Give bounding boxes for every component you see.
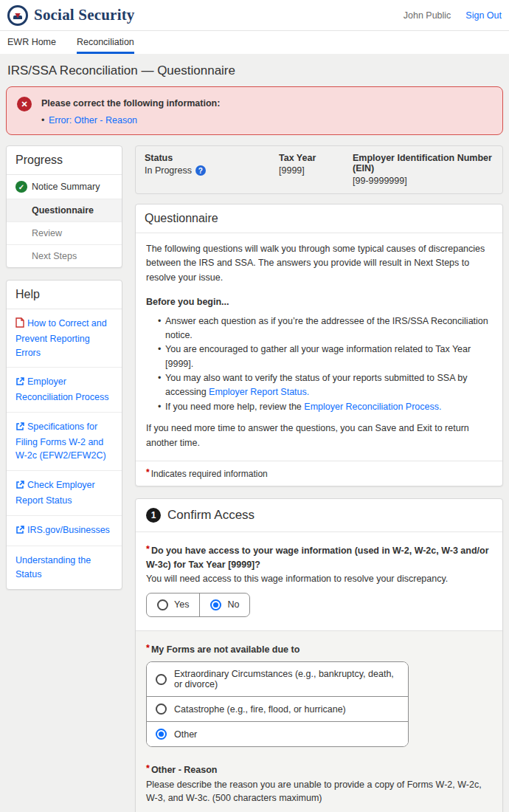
- help-link-label: Employer Reconciliation Process: [15, 376, 108, 402]
- questionnaire-intro: The following questions will walk you th…: [146, 242, 492, 285]
- ein-value: [99-9999999]: [353, 176, 494, 186]
- main-content: Status In Progress ? Tax Year [9999] Emp…: [135, 145, 503, 812]
- help-link-reconciliation-process[interactable]: Employer Reconciliation Process: [7, 368, 122, 413]
- progress-item-notice-summary[interactable]: ✓ Notice Summary: [7, 175, 122, 199]
- external-link-icon: [15, 525, 24, 539]
- required-asterisk: *: [146, 643, 150, 653]
- yes-no-toggle: Yes No: [146, 593, 250, 617]
- radio-unchecked-icon[interactable]: [156, 674, 167, 685]
- help-title: Help: [7, 281, 122, 309]
- forms-unavailable-options: Extraordinary Circumstances (e.g., bankr…: [146, 661, 409, 747]
- status-label: Status: [145, 153, 279, 163]
- help-link-efw2-specifications[interactable]: Specifications for Filing Forms W-2 and …: [7, 413, 122, 471]
- step-1-icon: 1: [146, 508, 161, 523]
- error-alert: ✕ Please correct the following informati…: [6, 86, 503, 135]
- list-item: If you need more help, review the Employ…: [158, 400, 492, 414]
- error-alert-item: • Error: Other - Reason: [41, 115, 220, 125]
- option-label: Extraordinary Circumstances (e.g., bankr…: [174, 669, 399, 689]
- tax-year-value: [9999]: [279, 165, 353, 176]
- before-you-begin-list: Answer each question as if you’re the ad…: [146, 314, 492, 415]
- no-option[interactable]: No: [199, 593, 249, 616]
- error-alert-title: Please correct the following information…: [41, 95, 220, 109]
- questionnaire-card: Questionnaire The following questions wi…: [135, 204, 503, 486]
- help-card: Help How to Correct and Prevent Reportin…: [6, 280, 122, 590]
- help-link-irs-businesses[interactable]: IRS.gov/Businesses: [7, 516, 122, 547]
- progress-card: Progress ✓ Notice Summary Questionnaire …: [6, 145, 122, 268]
- list-item-text: If you need more help, review the: [165, 402, 304, 412]
- error-link-other-reason[interactable]: Error: Other - Reason: [49, 115, 137, 125]
- progress-item-label: Review: [32, 228, 62, 238]
- sidebar: Progress ✓ Notice Summary Questionnaire …: [6, 145, 122, 590]
- status-value: In Progress: [145, 165, 192, 176]
- option-other[interactable]: Other: [147, 722, 408, 746]
- page-title: IRS/SSA Reconciliation — Questionnaire: [6, 54, 503, 86]
- list-item: You may also want to verify the status o…: [158, 371, 492, 400]
- help-link-correct-prevent-errors[interactable]: How to Correct and Prevent Reporting Err…: [7, 309, 122, 368]
- help-link-label: Understanding the Status: [15, 555, 91, 579]
- user-name: John Public: [404, 10, 451, 21]
- radio-unchecked-icon[interactable]: [157, 599, 168, 610]
- brand-name: Social Security: [34, 6, 135, 24]
- required-note: *Indicates required information: [136, 461, 502, 486]
- external-link-icon: [15, 480, 24, 494]
- external-link-icon: [15, 422, 24, 436]
- employer-reconciliation-process-link[interactable]: Employer Reconciliation Process.: [304, 402, 441, 412]
- option-catastrophe[interactable]: Catastrophe (e.g., fire, flood, or hurri…: [147, 697, 408, 722]
- wage-access-question: *Do you have access to your wage informa…: [136, 532, 502, 630]
- yes-option[interactable]: Yes: [147, 593, 199, 616]
- forms-unavailable-label: *My Forms are not available due to: [146, 641, 492, 657]
- error-x-icon: ✕: [17, 97, 32, 111]
- progress-item-label: Next Steps: [32, 251, 77, 261]
- wage-access-label: *Do you have access to your wage informa…: [146, 543, 492, 572]
- required-asterisk: *: [146, 544, 150, 554]
- option-label: Catastrophe (e.g., fire, flood, or hurri…: [174, 704, 346, 715]
- check-circle-icon: ✓: [15, 181, 27, 193]
- required-asterisk: *: [146, 467, 150, 478]
- yes-option-label: Yes: [174, 599, 189, 610]
- questionnaire-closing: If you need more time to answer the ques…: [146, 422, 492, 450]
- external-link-icon: [15, 376, 24, 390]
- required-note-text: Indicates required information: [151, 469, 268, 479]
- help-link-label: IRS.gov/Businesses: [27, 525, 110, 535]
- employer-report-status-link[interactable]: Employer Report Status.: [209, 387, 309, 397]
- progress-item-label: Notice Summary: [32, 182, 100, 192]
- progress-title: Progress: [7, 146, 122, 175]
- confirm-access-title: Confirm Access: [167, 508, 254, 523]
- progress-item-next-steps: Next Steps: [7, 245, 122, 267]
- option-extraordinary-circumstances[interactable]: Extraordinary Circumstances (e.g., bankr…: [147, 662, 408, 697]
- nav-item-ewr-home[interactable]: EWR Home: [7, 31, 56, 54]
- radio-unchecked-icon[interactable]: [156, 703, 167, 715]
- ssa-logo-icon: [7, 5, 28, 26]
- radio-checked-icon[interactable]: [156, 729, 167, 740]
- before-you-begin-heading: Before you begin...: [146, 295, 492, 309]
- confirm-access-card: 1 Confirm Access *Do you have access to …: [135, 498, 503, 812]
- conditional-questions-panel: *My Forms are not available due to Extra…: [136, 630, 502, 812]
- nav-item-reconciliation[interactable]: Reconciliation: [77, 31, 134, 54]
- other-reason-hint: Please describe the reason you are unabl…: [146, 778, 492, 805]
- help-link-label: Check Employer Report Status: [15, 480, 95, 506]
- tax-year-label: Tax Year: [279, 153, 353, 163]
- status-bar: Status In Progress ? Tax Year [9999] Emp…: [135, 145, 503, 194]
- question-circle-icon[interactable]: ?: [195, 165, 206, 176]
- help-link-label: Specifications for Filing Forms W-2 and …: [15, 422, 106, 461]
- ein-label: Employer Identification Number (EIN): [353, 153, 494, 173]
- progress-item-questionnaire: Questionnaire: [7, 199, 122, 222]
- wage-access-hint: You will need access to this wage inform…: [146, 572, 492, 585]
- sign-out-link[interactable]: Sign Out: [465, 10, 502, 21]
- questionnaire-card-title: Questionnaire: [136, 204, 502, 233]
- radio-checked-icon[interactable]: [210, 599, 221, 610]
- top-nav: EWR Home Reconciliation: [0, 30, 509, 54]
- required-asterisk: *: [146, 763, 150, 774]
- help-link-label: How to Correct and Prevent Reporting Err…: [15, 318, 107, 358]
- progress-item-label: Questionnaire: [32, 205, 94, 216]
- other-reason-label: *Other - Reason: [146, 762, 492, 777]
- progress-item-review: Review: [7, 222, 122, 245]
- help-link-check-report-status[interactable]: Check Employer Report Status: [7, 471, 122, 516]
- help-link-understanding-status[interactable]: Understanding the Status: [7, 546, 122, 589]
- ssa-brand: Social Security: [7, 5, 135, 26]
- app-header: Social Security John Public Sign Out: [0, 0, 509, 30]
- list-item: You are encouraged to gather all your wa…: [158, 343, 492, 371]
- bullet-marker: •: [41, 115, 44, 125]
- pdf-icon: [15, 317, 24, 332]
- no-option-label: No: [227, 599, 239, 610]
